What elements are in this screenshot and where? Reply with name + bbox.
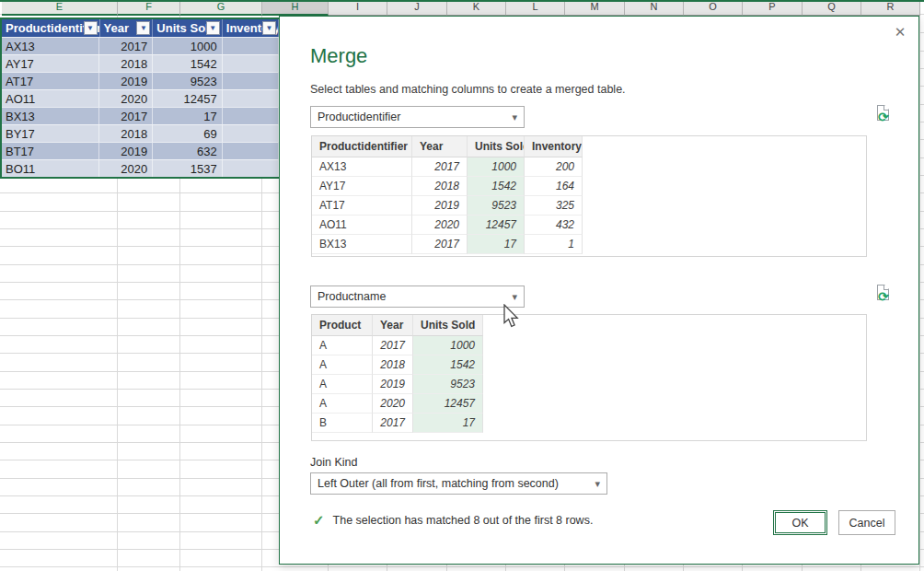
column-header-L[interactable]: L xyxy=(506,0,565,16)
table-cell[interactable]: 1 xyxy=(525,235,583,254)
table-cell[interactable]: AX13 xyxy=(312,157,412,177)
column-header-product[interactable]: Product xyxy=(312,315,373,336)
column-header-units-sold[interactable]: Units Sold xyxy=(413,315,483,336)
table-cell[interactable]: B xyxy=(312,414,373,433)
table-cell[interactable]: 2018 xyxy=(412,177,468,196)
match-status: ✓ The selection has matched 8 out of the… xyxy=(313,512,593,529)
column-header-H[interactable]: H xyxy=(262,0,329,16)
gridline xyxy=(919,16,920,571)
checkmark-icon: ✓ xyxy=(313,512,325,529)
table-cell[interactable]: AT17 xyxy=(312,196,412,216)
table-cell[interactable]: 17 xyxy=(468,235,525,254)
first-table-select[interactable]: Productidentifier ▾ xyxy=(310,106,525,128)
table-cell[interactable]: AY17 xyxy=(312,177,412,196)
table-cell[interactable]: 2017 xyxy=(373,414,413,433)
dialog-subtitle: Select tables and matching columns to cr… xyxy=(310,83,626,96)
second-table-select[interactable]: Productname ▾ xyxy=(310,286,525,308)
column-header-F[interactable]: F xyxy=(118,0,180,16)
table-cell[interactable]: 1000 xyxy=(468,157,525,177)
join-kind-select[interactable]: Left Outer (all from first, matching fro… xyxy=(310,472,607,495)
table-row: AO11202012457432 xyxy=(312,216,866,235)
first-table-select-value: Productidentifier xyxy=(318,111,400,123)
column-header-E[interactable]: E xyxy=(2,0,118,16)
table-cell[interactable]: 2020 xyxy=(373,394,413,414)
column-header-units-sold[interactable]: Units Sold xyxy=(468,136,525,157)
table-cell[interactable]: A xyxy=(312,394,373,414)
selection-border xyxy=(0,17,313,179)
column-header-N[interactable]: N xyxy=(625,0,684,16)
table-cell[interactable]: 17 xyxy=(413,414,483,433)
column-header-J[interactable]: J xyxy=(387,0,447,16)
table-cell[interactable]: 2019 xyxy=(412,196,468,216)
sheet-top-divider xyxy=(0,0,924,2)
join-kind-label: Join Kind xyxy=(310,456,357,469)
first-table-preview: ProductidentifierYearUnits SoldInventory… xyxy=(311,135,867,257)
column-header-K[interactable]: K xyxy=(447,0,506,16)
column-header-row: EFGHIJKLMNOPQR xyxy=(2,0,920,16)
ok-button[interactable]: OK xyxy=(773,510,827,535)
table-cell[interactable]: 325 xyxy=(525,196,583,216)
table-cell[interactable]: BX13 xyxy=(312,235,412,254)
table-cell[interactable]: 9523 xyxy=(413,375,483,394)
app-window: EFGHIJKLMNOPQR Productidentifier▼Year▼Un… xyxy=(0,0,924,571)
table-cell[interactable]: 1000 xyxy=(413,336,483,355)
table-row: A20171000 xyxy=(312,336,866,355)
table-cell[interactable]: 9523 xyxy=(468,196,525,216)
column-header-P[interactable]: P xyxy=(743,0,803,16)
preview-header-row: ProductYearUnits Sold xyxy=(312,315,866,336)
table-cell[interactable]: 164 xyxy=(525,177,583,196)
preview-header-row: ProductidentifierYearUnits SoldInventory xyxy=(312,136,866,157)
dialog-title: Merge xyxy=(310,44,367,68)
column-header-Q[interactable]: Q xyxy=(803,0,861,16)
table-row: A20181542 xyxy=(312,355,866,375)
column-header-inventory[interactable]: Inventory xyxy=(525,136,583,157)
table-cell[interactable]: 200 xyxy=(525,157,583,177)
table-cell[interactable]: 2017 xyxy=(412,235,468,254)
table-cell[interactable]: 432 xyxy=(525,216,583,235)
table-cell[interactable]: 12457 xyxy=(413,394,483,414)
column-header-R[interactable]: R xyxy=(861,0,920,16)
table-row: AT1720199523325 xyxy=(312,196,866,216)
table-cell[interactable]: 2017 xyxy=(373,336,413,355)
chevron-down-icon: ▾ xyxy=(595,473,600,494)
second-table-preview: ProductYearUnits SoldA20171000A20181542A… xyxy=(311,314,867,441)
column-header-O[interactable]: O xyxy=(684,0,743,16)
table-cell[interactable]: 2017 xyxy=(412,157,468,177)
table-row: AY1720181542164 xyxy=(312,177,866,196)
table-row: A20199523 xyxy=(312,375,866,394)
chevron-down-icon: ▾ xyxy=(512,107,517,127)
refresh-preview-icon[interactable]: ⟳ xyxy=(875,285,894,307)
table-row: BX132017171 xyxy=(312,235,866,254)
table-cell[interactable]: A xyxy=(312,336,373,355)
join-kind-value: Left Outer (all from first, matching fro… xyxy=(318,477,559,490)
table-cell[interactable]: A xyxy=(312,355,373,375)
table-cell[interactable]: AO11 xyxy=(312,216,412,235)
column-header-productidentifier[interactable]: Productidentifier xyxy=(312,136,412,157)
column-header-G[interactable]: G xyxy=(180,0,262,16)
mouse-cursor-icon xyxy=(502,304,523,330)
table-row: B201717 xyxy=(312,414,866,433)
table-cell[interactable]: 1542 xyxy=(468,177,525,196)
column-header-year[interactable]: Year xyxy=(373,315,413,336)
table-row: A202012457 xyxy=(312,394,866,414)
close-icon[interactable]: ✕ xyxy=(892,24,908,41)
table-cell[interactable]: 1542 xyxy=(413,355,483,375)
table-cell[interactable]: 2020 xyxy=(412,216,468,235)
cancel-button[interactable]: Cancel xyxy=(838,510,895,535)
refresh-preview-icon[interactable]: ⟳ xyxy=(875,105,894,127)
column-header-M[interactable]: M xyxy=(565,0,625,16)
merge-dialog: ✕ Merge Select tables and matching colum… xyxy=(279,16,919,565)
table-cell[interactable]: 2019 xyxy=(373,375,413,394)
column-header-year[interactable]: Year xyxy=(412,136,468,157)
table-cell[interactable]: 12457 xyxy=(468,216,525,235)
table-cell[interactable]: A xyxy=(312,375,373,394)
column-header-I[interactable]: I xyxy=(329,0,387,16)
table-cell[interactable]: 2018 xyxy=(373,355,413,375)
table-row: AX1320171000200 xyxy=(312,157,866,177)
match-status-text: The selection has matched 8 out of the f… xyxy=(333,514,594,527)
second-table-select-value: Productname xyxy=(318,290,386,303)
